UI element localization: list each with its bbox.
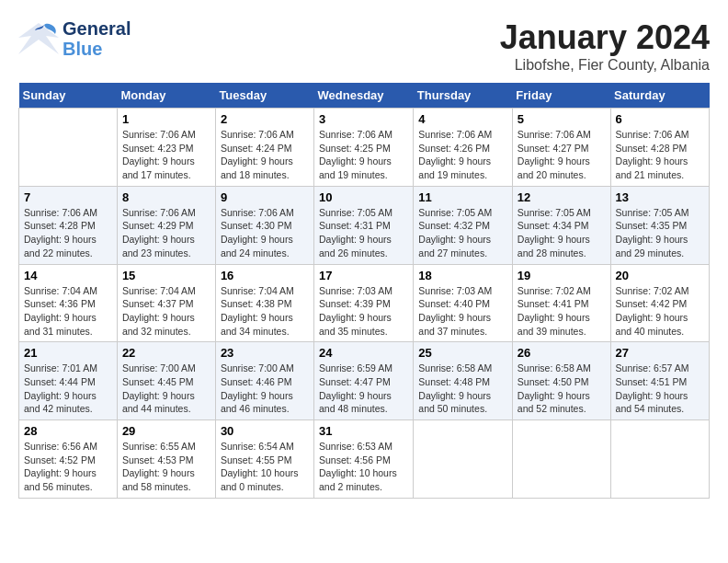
weekday-header-saturday: Saturday bbox=[610, 83, 709, 109]
day-number: 27 bbox=[616, 346, 704, 360]
calendar-cell: 27Sunrise: 6:57 AM Sunset: 4:51 PM Dayli… bbox=[610, 342, 709, 420]
day-info: Sunrise: 6:53 AM Sunset: 4:56 PM Dayligh… bbox=[319, 440, 408, 494]
calendar-week-4: 21Sunrise: 7:01 AM Sunset: 4:44 PM Dayli… bbox=[19, 342, 710, 420]
day-number: 19 bbox=[518, 269, 606, 282]
logo-text-blue: Blue bbox=[63, 39, 131, 59]
day-info: Sunrise: 7:04 AM Sunset: 4:38 PM Dayligh… bbox=[221, 284, 309, 339]
day-number: 10 bbox=[319, 190, 408, 204]
day-info: Sunrise: 7:06 AM Sunset: 4:27 PM Dayligh… bbox=[518, 128, 606, 182]
day-info: Sunrise: 7:00 AM Sunset: 4:45 PM Dayligh… bbox=[122, 362, 210, 416]
calendar-cell: 30Sunrise: 6:54 AM Sunset: 4:55 PM Dayli… bbox=[215, 420, 313, 499]
calendar-cell: 29Sunrise: 6:55 AM Sunset: 4:53 PM Dayli… bbox=[117, 420, 215, 499]
day-info: Sunrise: 7:05 AM Sunset: 4:34 PM Dayligh… bbox=[518, 206, 606, 260]
weekday-header-wednesday: Wednesday bbox=[314, 83, 414, 109]
calendar-cell: 6Sunrise: 7:06 AM Sunset: 4:28 PM Daylig… bbox=[610, 109, 709, 187]
logo-icon bbox=[18, 21, 59, 56]
day-number: 14 bbox=[24, 269, 112, 282]
weekday-header-thursday: Thursday bbox=[414, 83, 513, 109]
day-info: Sunrise: 7:05 AM Sunset: 4:32 PM Dayligh… bbox=[418, 206, 507, 260]
calendar-week-5: 28Sunrise: 6:56 AM Sunset: 4:52 PM Dayli… bbox=[19, 420, 710, 499]
weekday-header-sunday: Sunday bbox=[19, 83, 118, 109]
calendar-cell: 11Sunrise: 7:05 AM Sunset: 4:32 PM Dayli… bbox=[414, 186, 513, 264]
calendar-cell: 28Sunrise: 6:56 AM Sunset: 4:52 PM Dayli… bbox=[19, 420, 118, 499]
day-info: Sunrise: 7:01 AM Sunset: 4:44 PM Dayligh… bbox=[24, 362, 112, 416]
day-number: 5 bbox=[518, 112, 606, 126]
calendar-cell: 24Sunrise: 6:59 AM Sunset: 4:47 PM Dayli… bbox=[314, 342, 414, 420]
calendar-cell: 22Sunrise: 7:00 AM Sunset: 4:45 PM Dayli… bbox=[117, 342, 215, 420]
day-info: Sunrise: 7:05 AM Sunset: 4:31 PM Dayligh… bbox=[319, 206, 408, 260]
calendar-week-1: 1Sunrise: 7:06 AM Sunset: 4:23 PM Daylig… bbox=[19, 109, 710, 187]
calendar-week-3: 14Sunrise: 7:04 AM Sunset: 4:36 PM Dayli… bbox=[19, 264, 710, 342]
calendar-cell: 18Sunrise: 7:03 AM Sunset: 4:40 PM Dayli… bbox=[414, 264, 513, 342]
day-info: Sunrise: 7:06 AM Sunset: 4:28 PM Dayligh… bbox=[24, 206, 112, 260]
day-number: 6 bbox=[616, 112, 704, 126]
day-number: 17 bbox=[319, 269, 408, 282]
logo-text: General bbox=[63, 18, 131, 39]
day-info: Sunrise: 7:06 AM Sunset: 4:28 PM Dayligh… bbox=[616, 128, 704, 182]
day-number: 28 bbox=[24, 424, 112, 438]
day-info: Sunrise: 7:05 AM Sunset: 4:35 PM Dayligh… bbox=[616, 206, 704, 260]
day-number: 12 bbox=[518, 190, 606, 204]
day-info: Sunrise: 7:00 AM Sunset: 4:46 PM Dayligh… bbox=[221, 362, 309, 416]
day-info: Sunrise: 7:02 AM Sunset: 4:41 PM Dayligh… bbox=[518, 284, 606, 339]
calendar-cell: 21Sunrise: 7:01 AM Sunset: 4:44 PM Dayli… bbox=[19, 342, 118, 420]
day-number: 20 bbox=[616, 269, 704, 282]
day-number: 2 bbox=[221, 112, 309, 126]
day-info: Sunrise: 6:58 AM Sunset: 4:50 PM Dayligh… bbox=[518, 362, 606, 416]
calendar-cell: 14Sunrise: 7:04 AM Sunset: 4:36 PM Dayli… bbox=[19, 264, 118, 342]
day-number: 3 bbox=[319, 112, 408, 126]
day-number: 9 bbox=[221, 190, 309, 204]
calendar-cell: 4Sunrise: 7:06 AM Sunset: 4:26 PM Daylig… bbox=[414, 109, 513, 187]
day-number: 26 bbox=[518, 346, 606, 360]
calendar-cell bbox=[610, 420, 709, 499]
day-number: 21 bbox=[24, 346, 112, 360]
day-info: Sunrise: 7:04 AM Sunset: 4:36 PM Dayligh… bbox=[24, 284, 112, 339]
day-info: Sunrise: 6:55 AM Sunset: 4:53 PM Dayligh… bbox=[122, 440, 210, 494]
weekday-header-monday: Monday bbox=[117, 83, 215, 109]
calendar-cell: 23Sunrise: 7:00 AM Sunset: 4:46 PM Dayli… bbox=[215, 342, 313, 420]
day-number: 23 bbox=[221, 346, 309, 360]
day-info: Sunrise: 7:02 AM Sunset: 4:42 PM Dayligh… bbox=[616, 284, 704, 339]
day-number: 24 bbox=[319, 346, 408, 360]
day-number: 15 bbox=[122, 269, 210, 282]
calendar-cell: 19Sunrise: 7:02 AM Sunset: 4:41 PM Dayli… bbox=[512, 264, 610, 342]
calendar-cell: 20Sunrise: 7:02 AM Sunset: 4:42 PM Dayli… bbox=[610, 264, 709, 342]
calendar-cell: 16Sunrise: 7:04 AM Sunset: 4:38 PM Dayli… bbox=[215, 264, 313, 342]
calendar-cell: 15Sunrise: 7:04 AM Sunset: 4:37 PM Dayli… bbox=[117, 264, 215, 342]
logo: General Blue bbox=[18, 18, 131, 59]
day-number: 13 bbox=[616, 190, 704, 204]
weekday-header-friday: Friday bbox=[512, 83, 610, 109]
calendar-cell: 13Sunrise: 7:05 AM Sunset: 4:35 PM Dayli… bbox=[610, 186, 709, 264]
page-title: January 2024 bbox=[500, 18, 710, 57]
calendar-cell: 10Sunrise: 7:05 AM Sunset: 4:31 PM Dayli… bbox=[314, 186, 414, 264]
calendar-cell: 9Sunrise: 7:06 AM Sunset: 4:30 PM Daylig… bbox=[215, 186, 313, 264]
day-number: 29 bbox=[122, 424, 210, 438]
day-number: 4 bbox=[418, 112, 507, 126]
calendar-cell: 3Sunrise: 7:06 AM Sunset: 4:25 PM Daylig… bbox=[314, 109, 414, 187]
day-number: 11 bbox=[418, 190, 507, 204]
day-number: 31 bbox=[319, 424, 408, 438]
day-info: Sunrise: 7:04 AM Sunset: 4:37 PM Dayligh… bbox=[122, 284, 210, 339]
title-block: January 2024 Libofshe, Fier County, Alba… bbox=[500, 18, 710, 74]
day-number: 22 bbox=[122, 346, 210, 360]
day-info: Sunrise: 7:06 AM Sunset: 4:30 PM Dayligh… bbox=[221, 206, 309, 260]
calendar-week-2: 7Sunrise: 7:06 AM Sunset: 4:28 PM Daylig… bbox=[19, 186, 710, 264]
day-info: Sunrise: 6:59 AM Sunset: 4:47 PM Dayligh… bbox=[319, 362, 408, 416]
page-header: General Blue January 2024 Libofshe, Fier… bbox=[18, 18, 710, 74]
calendar-cell: 12Sunrise: 7:05 AM Sunset: 4:34 PM Dayli… bbox=[512, 186, 610, 264]
page-subtitle: Libofshe, Fier County, Albania bbox=[500, 57, 710, 74]
calendar-cell bbox=[19, 109, 118, 187]
calendar-cell: 8Sunrise: 7:06 AM Sunset: 4:29 PM Daylig… bbox=[117, 186, 215, 264]
weekday-header-row: SundayMondayTuesdayWednesdayThursdayFrid… bbox=[19, 83, 710, 109]
day-number: 25 bbox=[418, 346, 507, 360]
day-info: Sunrise: 7:06 AM Sunset: 4:29 PM Dayligh… bbox=[122, 206, 210, 260]
calendar-cell: 17Sunrise: 7:03 AM Sunset: 4:39 PM Dayli… bbox=[314, 264, 414, 342]
day-number: 18 bbox=[418, 269, 507, 282]
day-info: Sunrise: 7:03 AM Sunset: 4:39 PM Dayligh… bbox=[319, 284, 408, 339]
day-info: Sunrise: 7:06 AM Sunset: 4:24 PM Dayligh… bbox=[221, 128, 309, 182]
calendar-cell bbox=[414, 420, 513, 499]
day-info: Sunrise: 6:58 AM Sunset: 4:48 PM Dayligh… bbox=[418, 362, 507, 416]
calendar-table: SundayMondayTuesdayWednesdayThursdayFrid… bbox=[18, 83, 710, 499]
day-info: Sunrise: 6:54 AM Sunset: 4:55 PM Dayligh… bbox=[221, 440, 309, 494]
day-info: Sunrise: 7:06 AM Sunset: 4:25 PM Dayligh… bbox=[319, 128, 408, 182]
